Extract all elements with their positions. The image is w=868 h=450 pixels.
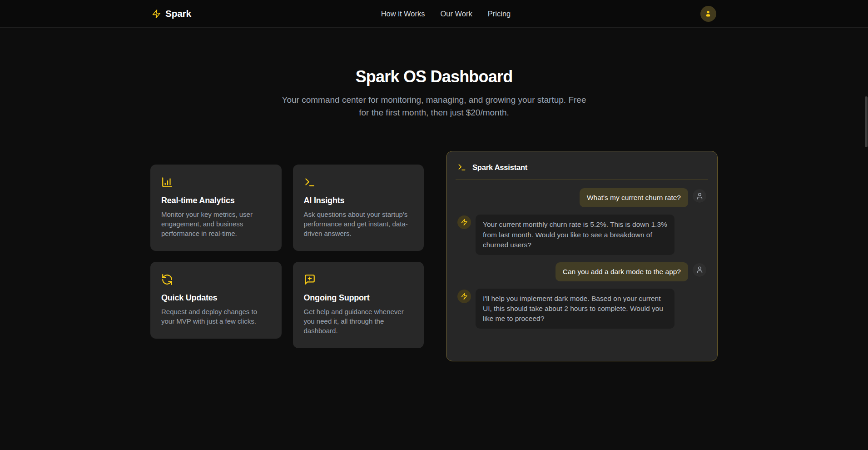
user-avatar: [693, 263, 706, 277]
account-avatar-button[interactable]: [700, 6, 716, 22]
feature-title: AI Insights: [304, 196, 413, 205]
assistant-message-bubble: I'll help you implement dark mode. Based…: [476, 289, 675, 329]
user-icon: [704, 10, 712, 18]
chat-message-list: What's my current churn rate? Your curre…: [446, 180, 717, 337]
feature-description: Request and deploy changes to your MVP w…: [161, 307, 271, 326]
bar-chart-icon: [161, 176, 271, 188]
user-icon: [696, 266, 704, 274]
page-subtitle: Your command center for monitoring, mana…: [280, 94, 589, 119]
chat-message-assistant: Your current monthly churn rate is 5.2%.…: [457, 215, 706, 255]
user-message-bubble: What's my current churn rate?: [580, 188, 688, 207]
assistant-avatar: [457, 215, 471, 229]
feature-description: Get help and guidance whenever you need …: [304, 307, 413, 335]
brand-logo[interactable]: Spark: [152, 8, 191, 19]
content-row: Real-time Analytics Monitor your key met…: [150, 151, 718, 361]
main-nav: How it Works Our Work Pricing: [381, 10, 511, 18]
chat-message-assistant: I'll help you implement dark mode. Based…: [457, 289, 706, 329]
feature-description: Ask questions about your startup's perfo…: [304, 210, 413, 238]
nav-link-how-it-works[interactable]: How it Works: [381, 10, 425, 18]
chat-message-user: What's my current churn rate?: [457, 188, 706, 207]
feature-title: Real-time Analytics: [161, 196, 271, 205]
nav-link-our-work[interactable]: Our Work: [441, 10, 472, 18]
feature-card-realtime-analytics: Real-time Analytics Monitor your key met…: [150, 165, 282, 251]
refresh-icon: [161, 274, 271, 285]
hero-section: Spark OS Dashboard Your command center f…: [0, 28, 868, 119]
feature-card-ai-insights: AI Insights Ask questions about your sta…: [293, 165, 424, 251]
feature-card-ongoing-support: Ongoing Support Get help and guidance wh…: [293, 262, 424, 348]
feature-card-quick-updates: Quick Updates Request and deploy changes…: [150, 262, 282, 339]
assistant-message-bubble: Your current monthly churn rate is 5.2%.…: [476, 215, 675, 255]
message-square-plus-icon: [304, 274, 413, 285]
zap-icon: [461, 219, 468, 226]
terminal-icon: [457, 163, 466, 172]
top-navigation-bar: Spark How it Works Our Work Pricing: [0, 0, 868, 28]
zap-icon: [461, 293, 468, 300]
feature-description: Monitor your key metrics, user engagemen…: [161, 210, 271, 238]
zap-icon: [152, 9, 161, 19]
nav-link-pricing[interactable]: Pricing: [488, 10, 511, 18]
page-title: Spark OS Dashboard: [0, 67, 868, 86]
spark-assistant-panel: Spark Assistant What's my current churn …: [446, 151, 718, 361]
feature-title: Ongoing Support: [304, 293, 413, 303]
assistant-avatar: [457, 290, 471, 303]
user-avatar: [693, 189, 706, 203]
features-grid: Real-time Analytics Monitor your key met…: [150, 165, 424, 348]
user-icon: [696, 192, 704, 200]
feature-title: Quick Updates: [161, 293, 271, 303]
terminal-icon: [304, 176, 413, 188]
user-message-bubble: Can you add a dark mode to the app?: [556, 262, 688, 281]
assistant-header: Spark Assistant: [446, 151, 717, 180]
brand-name: Spark: [165, 8, 191, 19]
page-scrollbar[interactable]: [865, 96, 868, 147]
chat-message-user: Can you add a dark mode to the app?: [457, 262, 706, 281]
assistant-title: Spark Assistant: [472, 163, 527, 172]
